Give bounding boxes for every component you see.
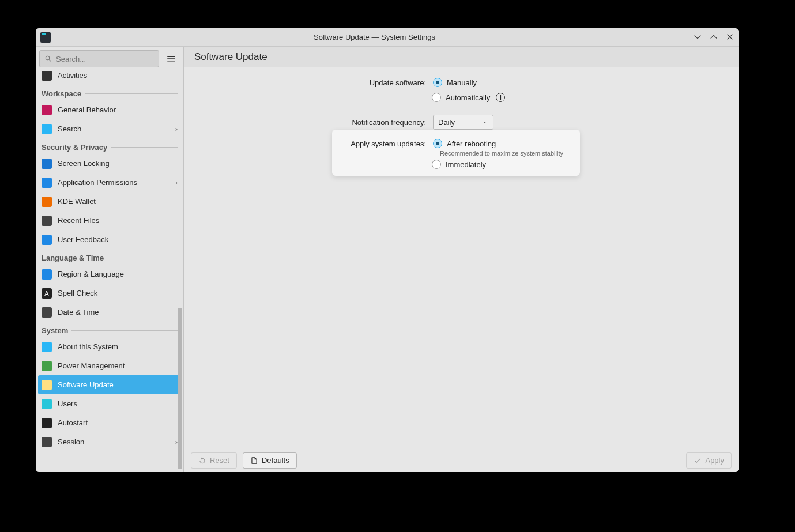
- sidebar-category: Workspace: [36, 85, 183, 100]
- sidebar-item-software-update[interactable]: Software Update: [38, 375, 181, 394]
- radio-automatically[interactable]: [432, 93, 441, 102]
- sidebar-category: Language & Time: [36, 249, 183, 265]
- radio-immediately-label: Immediately: [446, 160, 486, 169]
- sidebar-item-icon: [42, 342, 52, 352]
- search-placeholder: Search...: [56, 55, 86, 63]
- undo-icon: [198, 456, 206, 465]
- check-icon: [694, 456, 702, 465]
- sidebar-item-label: General Behavior: [58, 105, 116, 114]
- sidebar-item-date-time[interactable]: Date & Time: [36, 303, 183, 322]
- sidebar-item-power-management[interactable]: Power Management: [36, 356, 183, 375]
- sidebar-item-region-language[interactable]: Region & Language: [36, 265, 183, 284]
- notification-value: Daily: [438, 118, 455, 127]
- hamburger-button[interactable]: [163, 50, 180, 67]
- sidebar-item-spell-check[interactable]: ASpell Check: [36, 284, 183, 303]
- radio-manually[interactable]: [433, 78, 442, 87]
- sidebar-item-autostart[interactable]: Autostart: [36, 413, 183, 432]
- sidebar-item-label: User Feedback: [58, 235, 108, 244]
- sidebar-item-label: Region & Language: [58, 270, 124, 278]
- radio-after-rebooting-label: After rebooting: [447, 139, 496, 148]
- sidebar-item-session[interactable]: Session›: [36, 432, 183, 451]
- radio-manually-label: Manually: [447, 78, 477, 87]
- footer: Reset Defaults Apply: [184, 448, 739, 472]
- scrollbar-thumb[interactable]: [178, 308, 182, 469]
- sidebar-item-label: KDE Wallet: [58, 197, 96, 206]
- maximize-button[interactable]: [710, 33, 718, 42]
- sidebar-item-icon: [42, 437, 52, 447]
- notification-frequency-select[interactable]: Daily: [433, 115, 493, 130]
- notification-label: Notification frequency:: [343, 118, 426, 127]
- apply-updates-label: Apply system updates:: [344, 139, 426, 148]
- sidebar-item-icon: [42, 105, 52, 115]
- sidebar-item-screen-locking[interactable]: Screen Locking: [36, 154, 183, 173]
- sidebar: Search... ActivitiesWorkspaceGeneral Beh…: [36, 47, 184, 472]
- sidebar-item-label: About this System: [58, 342, 118, 351]
- sidebar-item-label: Screen Locking: [58, 159, 110, 168]
- sidebar-item-icon: [42, 307, 52, 318]
- settings-window: Software Update — System Settings Search…: [36, 28, 739, 472]
- sidebar-item-icon: [42, 361, 52, 371]
- info-icon[interactable]: i: [496, 93, 505, 102]
- sidebar-item-label: Search: [58, 124, 81, 133]
- sidebar-item-label: Users: [58, 399, 77, 408]
- sidebar-item-icon: [42, 159, 52, 169]
- sidebar-scrollbar[interactable]: [178, 71, 182, 472]
- defaults-button[interactable]: Defaults: [243, 452, 297, 469]
- sidebar-item-general-behavior[interactable]: General Behavior: [36, 100, 183, 119]
- document-icon: [250, 456, 258, 465]
- sidebar-category: Security & Privacy: [36, 138, 183, 154]
- sidebar-item-label: Application Permissions: [58, 178, 137, 187]
- radio-automatically-label: Automatically: [446, 93, 490, 102]
- sidebar-item-search[interactable]: Search›: [36, 119, 183, 138]
- sidebar-item-label: Date & Time: [58, 308, 99, 316]
- main-pane: Software Update Update software: Manuall…: [184, 47, 739, 472]
- sidebar-item-label: Spell Check: [58, 289, 97, 297]
- hamburger-icon: [166, 54, 176, 64]
- sidebar-item-about-this-system[interactable]: About this System: [36, 337, 183, 356]
- sidebar-item-icon: [42, 197, 52, 207]
- sidebar-item-icon: [42, 399, 52, 409]
- radio-immediately[interactable]: [432, 160, 441, 169]
- sidebar-item-kde-wallet[interactable]: KDE Wallet: [36, 192, 183, 211]
- close-button[interactable]: [726, 33, 734, 42]
- window-title: Software Update — System Settings: [55, 33, 694, 41]
- reset-button[interactable]: Reset: [191, 452, 237, 469]
- app-icon: [40, 32, 51, 43]
- sidebar-item-icon: [42, 216, 52, 226]
- update-software-label: Update software:: [363, 78, 426, 87]
- sidebar-item-label: Recent Files: [58, 216, 99, 225]
- sidebar-item-label: Session: [58, 437, 84, 446]
- sidebar-item-application-permissions[interactable]: Application Permissions›: [36, 173, 183, 192]
- radio-after-rebooting[interactable]: [433, 139, 442, 148]
- minimize-button[interactable]: [694, 33, 702, 42]
- sidebar-item-icon: [42, 235, 52, 245]
- titlebar[interactable]: Software Update — System Settings: [36, 28, 739, 47]
- sidebar-item-icon: [42, 178, 52, 188]
- sidebar-item-recent-files[interactable]: Recent Files: [36, 211, 183, 230]
- sidebar-item-label: Power Management: [58, 361, 125, 370]
- apply-updates-hint: Recommended to maximize system stability: [440, 150, 563, 157]
- sidebar-item-icon: [42, 380, 52, 390]
- sidebar-item-activities[interactable]: Activities: [36, 71, 183, 85]
- apply-button[interactable]: Apply: [686, 452, 732, 469]
- sidebar-item-user-feedback[interactable]: User Feedback: [36, 230, 183, 249]
- sidebar-category: System: [36, 322, 183, 337]
- sidebar-item-icon: A: [42, 288, 52, 299]
- search-icon: [44, 55, 52, 63]
- chevron-down-icon: [481, 119, 488, 126]
- sidebar-item-icon: [42, 418, 52, 428]
- page-title: Software Update: [184, 47, 739, 67]
- sidebar-item-label: Autostart: [58, 418, 88, 427]
- sidebar-item-users[interactable]: Users: [36, 394, 183, 413]
- search-input[interactable]: Search...: [39, 50, 159, 67]
- sidebar-item-label: Software Update: [58, 380, 114, 389]
- sidebar-item-icon: [42, 269, 52, 280]
- sidebar-item-icon: [42, 124, 52, 134]
